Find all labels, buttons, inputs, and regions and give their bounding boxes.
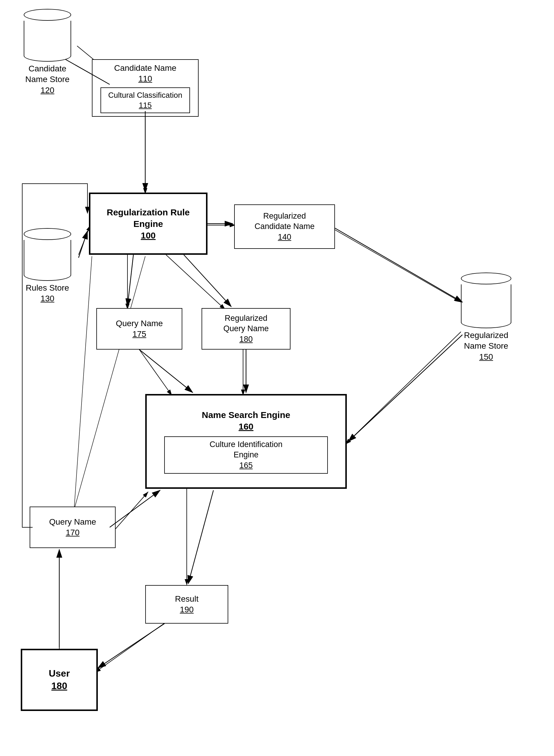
result-190: Result190 (145, 585, 228, 624)
user-box: User180 (21, 649, 98, 711)
cultural-classification-box: Cultural Classification115 (101, 87, 190, 114)
name-search-engine-label: Name Search Engine160 (202, 409, 290, 432)
regularization-rule-engine-label: Regularization RuleEngine100 (107, 206, 190, 241)
regularized-query-name-label: RegularizedQuery Name180 (223, 313, 269, 344)
svg-line-28 (139, 350, 193, 392)
diagram-container: Candidate Name Store 120 Rules Store 130… (0, 0, 554, 756)
svg-line-27 (348, 335, 462, 441)
culture-identification-engine: Culture IdentificationEngine165 (164, 436, 328, 474)
svg-line-6 (332, 228, 461, 302)
regularized-candidate-name-label: RegularizedCandidate Name140 (255, 211, 315, 242)
svg-line-16 (74, 256, 145, 510)
svg-line-4 (78, 225, 91, 255)
candidate-name-store: Candidate Name Store 120 (18, 9, 77, 96)
arrows-svg (0, 0, 554, 756)
svg-line-8 (166, 255, 225, 310)
main-arrows-svg (0, 0, 554, 756)
svg-line-29 (110, 490, 160, 527)
regularization-rule-engine: Regularization RuleEngine100 (89, 193, 208, 255)
svg-line-14 (95, 622, 166, 673)
regularized-query-name: RegularizedQuery Name180 (202, 308, 290, 350)
svg-line-10 (345, 332, 461, 444)
candidate-name-store-number: 120 (41, 85, 55, 95)
svg-line-25 (184, 255, 231, 307)
candidate-name-box: Candidate Name110 Cultural Classificatio… (92, 59, 199, 117)
candidate-name-store-label: Candidate Name Store (25, 64, 69, 84)
regularized-name-store-label: RegularizedName Store (464, 331, 508, 351)
query-name-175: Query Name175 (96, 308, 182, 350)
name-search-engine: Name Search Engine160 Culture Identifica… (145, 394, 347, 489)
rules-store: Rules Store 130 (18, 228, 77, 304)
regularized-name-store: RegularizedName Store 150 (453, 272, 519, 362)
svg-line-30 (188, 490, 213, 584)
svg-line-12 (116, 492, 148, 529)
query-name-170-label: Query Name170 (49, 517, 96, 538)
regularized-name-store-number: 150 (479, 352, 493, 361)
svg-line-11 (139, 350, 172, 395)
rules-store-number: 130 (41, 294, 55, 303)
regularized-candidate-name: RegularizedCandidate Name140 (234, 204, 335, 249)
result-label: Result190 (175, 594, 198, 615)
query-name-175-label: Query Name175 (116, 318, 163, 340)
svg-line-24 (127, 255, 133, 307)
svg-line-23 (335, 228, 462, 302)
query-name-170: Query Name170 (30, 507, 116, 548)
candidate-name-label: Candidate Name110 (114, 63, 176, 84)
svg-line-21 (78, 231, 88, 258)
rules-store-label: Rules Store (26, 283, 69, 293)
user-label: User180 (49, 668, 70, 692)
svg-line-31 (98, 624, 165, 668)
